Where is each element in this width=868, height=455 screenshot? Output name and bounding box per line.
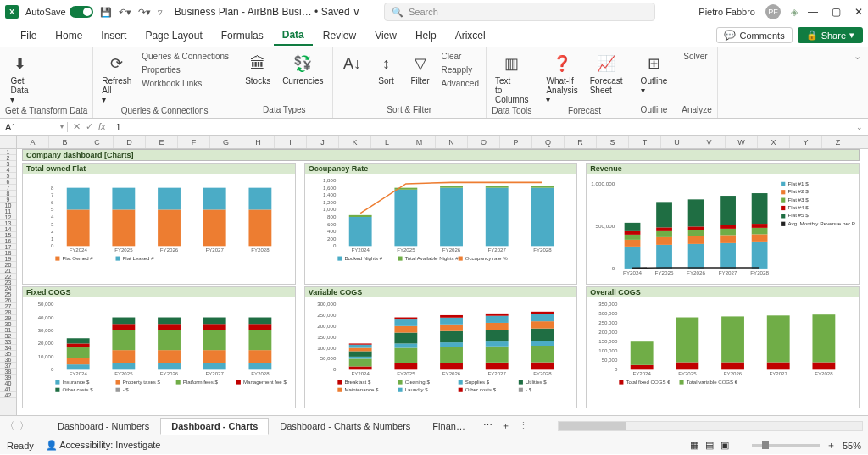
- row-header[interactable]: 18: [0, 250, 16, 256]
- col-header[interactable]: H: [242, 136, 275, 148]
- ribbon-outline-[interactable]: ⊞Outline▾: [637, 51, 671, 97]
- col-header[interactable]: D: [114, 136, 146, 148]
- all-sheets-icon[interactable]: ⋯: [34, 419, 43, 432]
- new-sheet-icon[interactable]: ＋: [501, 419, 510, 432]
- tab-file[interactable]: File: [12, 26, 45, 45]
- enter-fx-icon[interactable]: ✓: [86, 121, 93, 132]
- row-header[interactable]: 41: [0, 386, 16, 392]
- row-header[interactable]: 37: [0, 363, 16, 369]
- row-header[interactable]: 25: [0, 291, 16, 297]
- ribbon-filter[interactable]: ▽Filter: [406, 51, 435, 87]
- col-header[interactable]: U: [661, 136, 693, 148]
- col-header[interactable]: P: [500, 136, 532, 148]
- ribbon-forecast-sheet[interactable]: 📈ForecastSheet: [587, 51, 626, 97]
- row-header[interactable]: 35: [0, 351, 16, 357]
- close-icon[interactable]: ✕: [854, 6, 863, 18]
- status-accessibility[interactable]: 👤 Accessibility: Investigate: [46, 440, 161, 451]
- ribbon-stocks[interactable]: 🏛Stocks: [242, 51, 274, 87]
- row-header[interactable]: 34: [0, 345, 16, 351]
- autosave-toggle[interactable]: AutoSave: [25, 6, 93, 18]
- row-header[interactable]: 39: [0, 375, 16, 380]
- row-header[interactable]: 17: [0, 244, 16, 250]
- sheet-tab[interactable]: Dashboard - Numbers: [47, 418, 160, 435]
- tab-scroll-icon[interactable]: ⋮: [519, 420, 528, 431]
- cancel-fx-icon[interactable]: ✕: [73, 121, 81, 132]
- ribbon-text-to-columns[interactable]: ▥TexttoColumns: [492, 51, 531, 106]
- col-header[interactable]: N: [436, 136, 468, 148]
- ribbon-what-if-analysis-[interactable]: ❓What-IfAnalysis▾: [542, 51, 581, 106]
- ribbon-sort[interactable]: ↕Sort: [372, 51, 401, 87]
- col-header[interactable]: Z: [822, 136, 854, 148]
- next-sheet-icon[interactable]: 〉: [19, 419, 29, 432]
- redo-icon[interactable]: ↷▾: [138, 7, 151, 18]
- row-header[interactable]: 40: [0, 380, 16, 386]
- fx-icon[interactable]: fx: [98, 121, 106, 132]
- row-header[interactable]: 12: [0, 214, 16, 220]
- row-header[interactable]: 11: [0, 208, 16, 214]
- tab-help[interactable]: Help: [407, 26, 445, 45]
- diamond-icon[interactable]: ◈: [791, 7, 798, 18]
- row-header[interactable]: 36: [0, 357, 16, 363]
- zoom-slider[interactable]: [752, 444, 820, 447]
- row-header[interactable]: 26: [0, 297, 16, 303]
- undo-icon[interactable]: ↶▾: [119, 7, 131, 18]
- prev-sheet-icon[interactable]: 〈: [5, 419, 14, 432]
- tab-page-layout[interactable]: Page Layout: [136, 26, 210, 45]
- col-header[interactable]: G: [210, 136, 242, 148]
- more-tabs-icon[interactable]: ⋯: [483, 420, 492, 431]
- sheet-tab[interactable]: Dashboard - Charts & Numbers: [269, 418, 421, 435]
- hscroll[interactable]: [558, 421, 863, 431]
- col-header[interactable]: Q: [532, 136, 565, 148]
- ribbon-currencies[interactable]: 💱Currencies: [279, 51, 326, 87]
- ribbon-solver[interactable]: Solver: [682, 51, 709, 62]
- expand-formula-icon[interactable]: ⌄: [856, 123, 868, 131]
- row-header[interactable]: 42: [0, 392, 16, 398]
- ribbon-clear[interactable]: Clear: [440, 51, 481, 62]
- tab-view[interactable]: View: [366, 26, 405, 45]
- col-header[interactable]: S: [597, 136, 629, 148]
- row-header[interactable]: 2: [0, 155, 16, 161]
- row-header[interactable]: 28: [0, 309, 16, 315]
- share-button[interactable]: 🔒 Share ▾: [798, 27, 863, 43]
- col-header[interactable]: O: [468, 136, 500, 148]
- ribbon-refresh-all-[interactable]: ⟳RefreshAll▾: [98, 51, 135, 106]
- row-header[interactable]: 13: [0, 220, 16, 226]
- ribbon-queries-connections[interactable]: Queries & Connections: [140, 51, 231, 62]
- search-box[interactable]: 🔍 Search: [384, 3, 655, 21]
- zoom-out-icon[interactable]: —: [736, 441, 745, 451]
- view-break-icon[interactable]: ▣: [721, 440, 729, 451]
- sheet-tab[interactable]: Finan…: [421, 418, 476, 435]
- row-header[interactable]: 9: [0, 197, 16, 203]
- ribbon-get-data-[interactable]: ⬇GetData▾: [5, 51, 34, 106]
- collapse-ribbon-icon[interactable]: ⌄: [847, 47, 868, 118]
- qat-more-icon[interactable]: ▿: [158, 7, 163, 18]
- maximize-icon[interactable]: ▢: [832, 6, 841, 18]
- comments-button[interactable]: 💬 Comments: [716, 27, 792, 43]
- col-header[interactable]: E: [146, 136, 178, 148]
- formula-input[interactable]: 1: [111, 122, 121, 132]
- row-header[interactable]: 8: [0, 191, 16, 197]
- save-icon[interactable]: 💾: [100, 7, 112, 18]
- col-header[interactable]: K: [339, 136, 371, 148]
- col-header[interactable]: A: [17, 136, 49, 148]
- col-header[interactable]: C: [81, 136, 114, 148]
- row-header[interactable]: 32: [0, 333, 16, 339]
- row-header[interactable]: 15: [0, 232, 16, 238]
- tab-data[interactable]: Data: [274, 25, 313, 46]
- user-name[interactable]: Pietro Fabbro: [698, 7, 755, 17]
- row-header[interactable]: 30: [0, 321, 16, 327]
- minimize-icon[interactable]: —: [808, 6, 818, 18]
- row-header[interactable]: 1: [0, 149, 16, 155]
- ribbon-advanced[interactable]: Advanced: [440, 78, 481, 89]
- row-header[interactable]: 31: [0, 327, 16, 333]
- file-name[interactable]: Business Plan - AirBnB Busi… • Saved ∨: [175, 6, 360, 18]
- col-header[interactable]: V: [693, 136, 726, 148]
- row-header[interactable]: 27: [0, 303, 16, 309]
- sheet-tab[interactable]: Dashboard - Charts: [160, 418, 269, 435]
- row-header[interactable]: 4: [0, 167, 16, 173]
- ribbon-a-[interactable]: A↓: [338, 51, 367, 78]
- col-header[interactable]: B: [49, 136, 81, 148]
- col-header[interactable]: T: [629, 136, 661, 148]
- row-header[interactable]: 14: [0, 226, 16, 232]
- row-header[interactable]: 29: [0, 315, 16, 321]
